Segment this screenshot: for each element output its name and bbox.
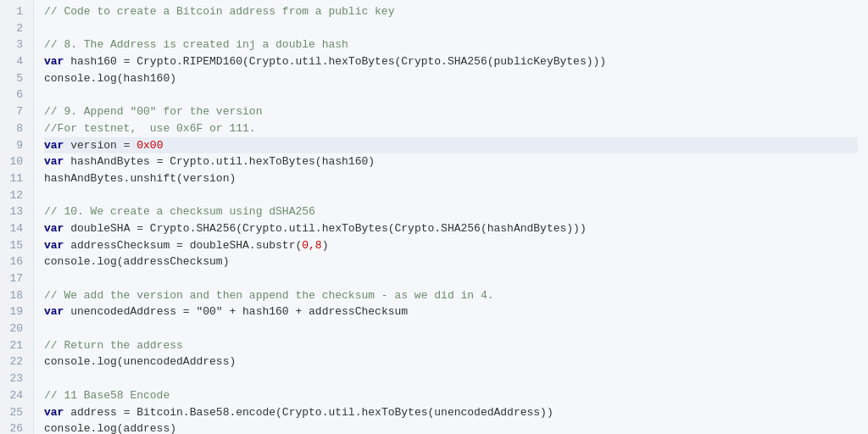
code-line-9: var version = 0x00 [44,137,858,154]
line-number-16: 16 [7,253,26,270]
code-line-24: // 11 Base58 Encode [44,387,858,404]
code-line-2 [44,20,858,37]
token: hashAndBytes.unshift(version) [44,170,236,187]
code-line-10: var hashAndBytes = Crypto.util.hexToByte… [44,153,858,170]
code-line-12 [44,187,858,204]
token: var [44,404,70,421]
code-content[interactable]: // Code to create a Bitcoin address from… [34,0,868,434]
code-line-3: // 8. The Address is created inj a doubl… [44,36,858,53]
token: // 9. Append "00" for the version [44,103,262,120]
line-number-24: 24 [7,387,26,404]
line-number-25: 25 [7,404,26,421]
token: //For testnet, use 0x6F or 111. [44,120,256,137]
token: console.log(hash160) [44,70,176,87]
line-number-1: 1 [7,3,26,20]
token: // 10. We create a checksum using dSHA25… [44,203,315,220]
code-line-5: console.log(hash160) [44,70,858,87]
token: hash160 = Crypto.RIPEMD160(Crypto.util.h… [70,53,606,70]
line-number-22: 22 [7,353,26,370]
token: var [44,303,70,320]
line-number-5: 5 [7,70,26,87]
code-line-16: console.log(addressChecksum) [44,253,858,270]
line-number-3: 3 [7,36,26,53]
line-number-20: 20 [7,320,26,337]
code-line-20 [44,320,858,337]
token: address = Bitcoin.Base58.encode(Crypto.u… [70,404,554,421]
code-line-14: var doubleSHA = Crypto.SHA256(Crypto.uti… [44,220,858,237]
line-number-26: 26 [7,420,26,434]
code-line-22: console.log(unencodedAddress) [44,353,858,370]
token: // 11 Base58 Encode [44,387,170,404]
line-number-14: 14 [7,220,26,237]
code-line-11: hashAndBytes.unshift(version) [44,170,858,187]
token: var [44,220,70,237]
code-line-26: console.log(address) [44,420,858,434]
code-line-4: var hash160 = Crypto.RIPEMD160(Crypto.ut… [44,53,858,70]
code-line-21: // Return the address [44,337,858,354]
line-number-8: 8 [7,120,26,137]
line-number-11: 11 [7,170,26,187]
line-number-23: 23 [7,370,26,387]
line-number-13: 13 [7,203,26,220]
token: // Code to create a Bitcoin address from… [44,3,394,20]
code-line-7: // 9. Append "00" for the version [44,103,858,120]
token: unencodedAddress = "00" + hash160 + addr… [70,303,408,320]
line-number-9: 9 [7,137,26,154]
token: version = [70,137,136,154]
token: addressChecksum = doubleSHA.substr( [70,237,302,254]
token: var [44,237,70,254]
code-line-8: //For testnet, use 0x6F or 111. [44,120,858,137]
token: ) [322,237,329,254]
token: 0,8 [302,237,321,254]
token: console.log(unencodedAddress) [44,353,236,370]
token: var [44,137,70,154]
code-line-19: var unencodedAddress = "00" + hash160 + … [44,303,858,320]
token: doubleSHA = Crypto.SHA256(Crypto.util.he… [70,220,587,237]
line-number-15: 15 [7,237,26,254]
line-numbers: 1234567891011121314151617181920212223242… [0,0,34,434]
token: hashAndBytes = Crypto.util.hexToBytes(ha… [70,153,375,170]
token: var [44,53,70,70]
code-line-15: var addressChecksum = doubleSHA.substr(0… [44,237,858,254]
code-line-13: // 10. We create a checksum using dSHA25… [44,203,858,220]
token: // We add the version and then append th… [44,287,494,304]
line-number-10: 10 [7,153,26,170]
code-line-18: // We add the version and then append th… [44,287,858,304]
code-line-23 [44,370,858,387]
line-number-2: 2 [7,20,26,37]
line-number-18: 18 [7,287,26,304]
code-editor: 1234567891011121314151617181920212223242… [0,0,868,434]
token: var [44,153,70,170]
code-line-1: // Code to create a Bitcoin address from… [44,3,858,20]
line-number-4: 4 [7,53,26,70]
token: // Return the address [44,337,183,354]
line-number-17: 17 [7,270,26,287]
line-number-7: 7 [7,103,26,120]
line-number-12: 12 [7,187,26,204]
code-line-25: var address = Bitcoin.Base58.encode(Cryp… [44,404,858,421]
line-number-6: 6 [7,86,26,103]
token: // 8. The Address is created inj a doubl… [44,36,348,53]
token: console.log(address) [44,420,176,434]
code-line-17 [44,270,858,287]
line-number-19: 19 [7,303,26,320]
code-line-6 [44,86,858,103]
token: 0x00 [136,137,163,154]
line-number-21: 21 [7,337,26,354]
token: console.log(addressChecksum) [44,253,229,270]
